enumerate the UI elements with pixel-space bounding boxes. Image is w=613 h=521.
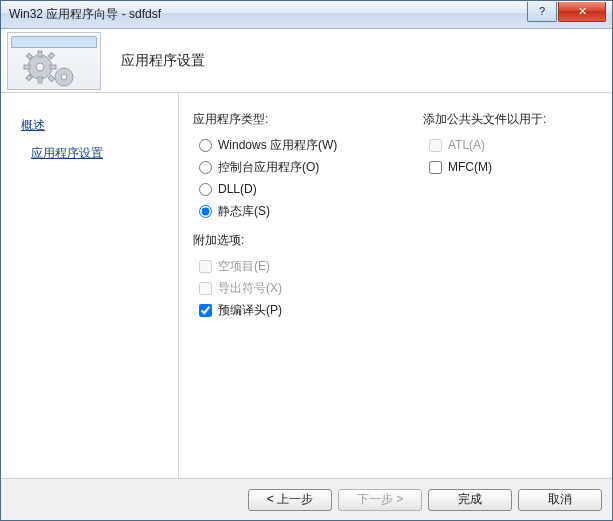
checkbox-export-input [199, 282, 212, 295]
header-banner: 应用程序设置 [1, 29, 612, 93]
body: 概述 应用程序设置 应用程序类型: Windows 应用程序(W) 控制台应用程… [1, 93, 612, 478]
common-headers-label: 添加公共头文件以用于: [423, 111, 593, 128]
radio-console-app[interactable]: 控制台应用程序(O) [199, 156, 393, 178]
page-title: 应用程序设置 [121, 52, 205, 70]
checkbox-export-label: 导出符号(X) [218, 280, 282, 297]
svg-rect-8 [48, 52, 54, 58]
thumbnail-frame-icon [11, 36, 97, 48]
header-thumbnail [7, 32, 101, 90]
titlebar: Win32 应用程序向导 - sdfdsf ? ✕ [1, 1, 612, 29]
gears-icon [22, 49, 84, 89]
radio-windows-app[interactable]: Windows 应用程序(W) [199, 134, 393, 156]
radio-static-lib[interactable]: 静态库(S) [199, 200, 393, 222]
wizard-window: Win32 应用程序向导 - sdfdsf ? ✕ [0, 0, 613, 521]
window-title: Win32 应用程序向导 - sdfdsf [9, 6, 527, 23]
svg-point-11 [61, 74, 67, 80]
checkbox-precompiled-input[interactable] [199, 304, 212, 317]
radio-static-input[interactable] [199, 205, 212, 218]
radio-dll-label: DLL(D) [218, 182, 257, 196]
help-icon: ? [539, 5, 545, 17]
radio-static-label: 静态库(S) [218, 203, 270, 220]
radio-dll-input[interactable] [199, 183, 212, 196]
radio-windows-input[interactable] [199, 139, 212, 152]
checkbox-mfc-input[interactable] [429, 161, 442, 174]
checkbox-atl: ATL(A) [429, 134, 593, 156]
svg-point-1 [36, 63, 44, 71]
close-button[interactable]: ✕ [558, 2, 606, 22]
radio-dll[interactable]: DLL(D) [199, 178, 393, 200]
prev-button[interactable]: < 上一步 [248, 489, 332, 511]
checkbox-atl-input [429, 139, 442, 152]
svg-rect-2 [38, 51, 42, 57]
cancel-button[interactable]: 取消 [518, 489, 602, 511]
nav-overview[interactable]: 概述 [21, 111, 178, 139]
svg-rect-3 [38, 77, 42, 83]
radio-console-label: 控制台应用程序(O) [218, 159, 319, 176]
checkbox-precompiled-header[interactable]: 预编译头(P) [199, 299, 393, 321]
checkbox-empty-input [199, 260, 212, 273]
radio-console-input[interactable] [199, 161, 212, 174]
close-icon: ✕ [578, 5, 587, 18]
finish-button[interactable]: 完成 [428, 489, 512, 511]
checkbox-precompiled-label: 预编译头(P) [218, 302, 282, 319]
radio-windows-label: Windows 应用程序(W) [218, 137, 337, 154]
app-type-label: 应用程序类型: [193, 111, 393, 128]
footer: < 上一步 下一步 > 完成 取消 [1, 478, 612, 520]
svg-rect-4 [24, 65, 30, 69]
checkbox-mfc-label: MFC(M) [448, 160, 492, 174]
additional-options-label: 附加选项: [193, 232, 393, 249]
svg-rect-5 [50, 65, 56, 69]
nav-sidebar: 概述 应用程序设置 [1, 93, 179, 478]
left-column: 应用程序类型: Windows 应用程序(W) 控制台应用程序(O) DLL(D… [193, 111, 393, 478]
checkbox-empty-label: 空项目(E) [218, 258, 270, 275]
nav-app-settings[interactable]: 应用程序设置 [31, 139, 178, 167]
help-button[interactable]: ? [527, 2, 557, 22]
right-column: 添加公共头文件以用于: ATL(A) MFC(M) [423, 111, 593, 478]
content-pane: 应用程序类型: Windows 应用程序(W) 控制台应用程序(O) DLL(D… [179, 93, 612, 478]
checkbox-mfc[interactable]: MFC(M) [429, 156, 593, 178]
checkbox-export-symbols: 导出符号(X) [199, 277, 393, 299]
svg-rect-7 [48, 75, 54, 81]
checkbox-empty-project: 空项目(E) [199, 255, 393, 277]
titlebar-buttons: ? ✕ [527, 2, 612, 22]
checkbox-atl-label: ATL(A) [448, 138, 485, 152]
next-button: 下一步 > [338, 489, 422, 511]
